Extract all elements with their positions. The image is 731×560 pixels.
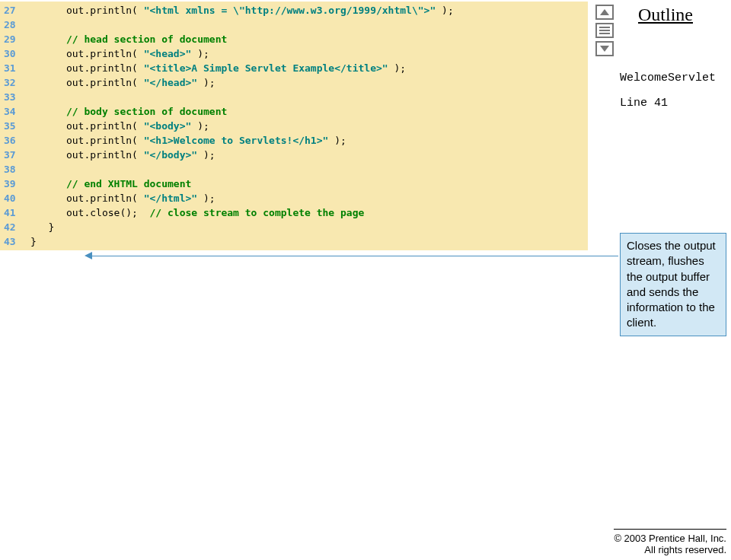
callout-arrow-head — [85, 252, 92, 259]
footer-copyright: © 2003 Prentice Hall, Inc. — [614, 529, 726, 544]
line-number: 40 — [0, 191, 30, 205]
line-number: 38 — [0, 162, 30, 177]
footer-rights: All rights reserved. — [614, 544, 726, 555]
code-line: 28 — [0, 18, 588, 32]
triangle-up-icon — [595, 5, 614, 20]
code-block: 27 out.println( "<html xmlns = \"http://… — [0, 2, 588, 250]
line-number: 42 — [0, 220, 30, 234]
code-line: 41 out.close(); // close stream to compl… — [0, 205, 588, 220]
code-content: out.println( "<body>" ); — [30, 119, 588, 133]
outline-info: WelcomeServlet Line 41 — [620, 72, 716, 111]
code-line: 27 out.println( "<html xmlns = \"http://… — [0, 3, 588, 18]
code-content: out.println( "</body>" ); — [30, 148, 588, 162]
line-number: 30 — [0, 46, 30, 61]
code-line: 43} — [0, 234, 588, 249]
triangle-down-icon — [595, 41, 614, 56]
code-content: out.close(); // close stream to complete… — [30, 205, 588, 220]
line-number: 28 — [0, 18, 30, 32]
code-content: } — [30, 234, 588, 249]
code-line: 31 out.println( "<title>A Simple Servlet… — [0, 61, 588, 75]
code-content: } — [30, 220, 588, 234]
line-number: 31 — [0, 61, 30, 75]
line-number: 41 — [0, 205, 30, 220]
line-number: 33 — [0, 90, 30, 104]
code-content: // end XHTML document — [30, 177, 588, 191]
line-number: 36 — [0, 133, 30, 148]
code-content: // body section of document — [30, 104, 588, 119]
code-line: 42 } — [0, 220, 588, 234]
outline-class-name: WelcomeServlet — [620, 72, 716, 84]
line-number: 35 — [0, 119, 30, 133]
code-content — [30, 18, 588, 32]
line-number: 27 — [0, 3, 30, 18]
code-line: 40 out.println( "</html>" ); — [0, 191, 588, 205]
footer: © 2003 Prentice Hall, Inc. All rights re… — [614, 529, 726, 555]
callout-arrow-line — [91, 256, 618, 256]
code-line: 37 out.println( "</body>" ); — [0, 148, 588, 162]
code-line: 36 out.println( "<h1>Welcome to Servlets… — [0, 133, 588, 148]
line-number: 32 — [0, 75, 30, 90]
code-line: 32 out.println( "</head>" ); — [0, 75, 588, 90]
code-content: out.println( "<title>A Simple Servlet Ex… — [30, 61, 588, 75]
outline-decoration — [595, 5, 617, 59]
code-content: out.println( "<h1>Welcome to Servlets!</… — [30, 133, 588, 148]
code-content: out.println( "</html>" ); — [30, 191, 588, 205]
line-number: 37 — [0, 148, 30, 162]
line-number: 39 — [0, 177, 30, 191]
line-number: 34 — [0, 104, 30, 119]
code-content — [30, 90, 588, 104]
code-line: 35 out.println( "<body>" ); — [0, 119, 588, 133]
code-line: 38 — [0, 162, 588, 177]
line-number: 43 — [0, 234, 30, 249]
code-content — [30, 162, 588, 177]
line-number: 29 — [0, 32, 30, 46]
code-line: 33 — [0, 90, 588, 104]
outline-line-ref: Line 41 — [620, 97, 716, 110]
outline-title: Outline — [638, 5, 693, 25]
code-content: // head section of document — [30, 32, 588, 46]
lines-icon — [595, 23, 614, 38]
code-line: 34 // body section of document — [0, 104, 588, 119]
code-line: 39 // end XHTML document — [0, 177, 588, 191]
callout-box: Closes the output stream, flushes the ou… — [620, 233, 726, 336]
code-content: out.println( "</head>" ); — [30, 75, 588, 90]
code-line: 30 out.println( "<head>" ); — [0, 46, 588, 61]
callout-text: Closes the output stream, flushes the ou… — [627, 239, 716, 329]
code-line: 29 // head section of document — [0, 32, 588, 46]
code-content: out.println( "<html xmlns = \"http://www… — [30, 3, 588, 18]
code-content: out.println( "<head>" ); — [30, 46, 588, 61]
